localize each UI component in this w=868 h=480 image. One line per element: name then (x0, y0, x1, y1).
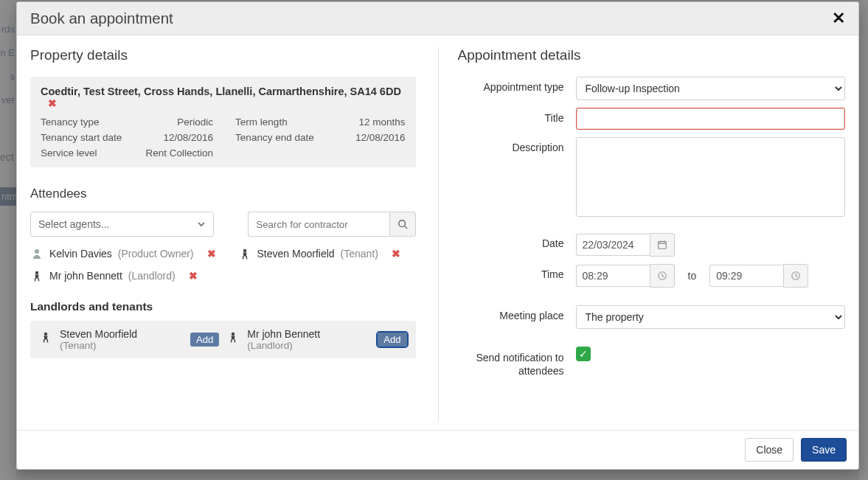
chevron-down-icon (197, 220, 206, 229)
attendee-name: Mr john Bennett (49, 270, 122, 282)
contractor-search-button[interactable] (389, 212, 416, 237)
person-icon (226, 330, 240, 344)
description-label: Description (458, 137, 576, 153)
add-attendee-button[interactable]: Add (190, 333, 219, 347)
person-icon (30, 269, 44, 282)
meeting-place-select[interactable]: The property (576, 305, 846, 329)
property-details-heading: Property details (30, 47, 416, 63)
select-agents-dropdown[interactable]: Select agents... (30, 212, 214, 237)
add-attendee-button[interactable]: Add (378, 333, 406, 347)
modal-footer: Close Save (17, 430, 858, 469)
attendee-role: (Product Owner) (118, 248, 194, 260)
attendees-heading: Attendees (30, 187, 416, 201)
time-to-input[interactable] (709, 265, 783, 287)
appointment-type-label: Appointment type (458, 77, 576, 93)
lt-role: (Landlord) (247, 340, 370, 351)
search-icon (397, 219, 408, 229)
attendee-role: (Tenant) (341, 248, 378, 260)
tenancy-end-label: Tenancy end date (235, 132, 314, 143)
appointment-details-heading: Appointment details (458, 47, 846, 63)
title-input[interactable] (576, 108, 846, 130)
person-icon (30, 247, 44, 260)
remove-attendee-icon[interactable]: ✖ (189, 270, 198, 282)
book-appointment-modal: Book an appointment ✕ Property details C… (16, 1, 859, 470)
date-input[interactable] (576, 234, 650, 256)
attendee-item: Mr john Bennett (Landlord) ✖ (30, 269, 198, 282)
appointment-column: Appointment details Appointment type Fol… (438, 47, 846, 422)
date-label: Date (458, 233, 576, 249)
attendee-name: Kelvin Davies (49, 248, 112, 260)
calendar-icon[interactable] (650, 233, 675, 257)
title-label: Title (458, 108, 576, 124)
appointment-type-select[interactable]: Follow-up Inspection (576, 77, 846, 100)
close-button[interactable]: Close (745, 438, 794, 462)
svg-point-3 (243, 249, 246, 252)
tenancy-start-value: 12/08/2016 (144, 132, 213, 143)
modal-title: Book an appointment (30, 10, 173, 27)
service-level-label: Service level (41, 147, 122, 159)
save-button[interactable]: Save (801, 438, 847, 462)
landlords-tenants-box: Steven Moorfield (Tenant) Add Mr john Be… (30, 321, 416, 358)
attendee-item: Steven Moorfield (Tenant) ✖ (238, 247, 400, 260)
term-length-label: Term length (235, 116, 314, 128)
term-length-value: 12 months (336, 116, 406, 128)
person-icon (238, 247, 251, 260)
svg-point-4 (35, 271, 38, 274)
landlords-tenants-heading: Landlords and tenants (30, 300, 416, 313)
attendee-role: (Landlord) (128, 270, 176, 282)
svg-point-2 (35, 249, 39, 254)
clock-icon[interactable] (650, 264, 675, 288)
time-to-text: to (684, 270, 701, 282)
property-address: Coedtir, Test Street, Cross Hands, Llane… (41, 86, 401, 97)
property-box: Coedtir, Test Street, Cross Hands, Llane… (30, 77, 416, 167)
tenancy-start-label: Tenancy start date (41, 132, 122, 143)
remove-property-icon[interactable]: ✖ (48, 97, 57, 109)
clock-icon[interactable] (783, 264, 808, 288)
meeting-place-label: Meeting place (458, 305, 576, 321)
lt-name: Steven Moorfield (60, 328, 183, 340)
tenancy-end-value: 12/08/2016 (336, 132, 406, 143)
modal-body: Property details Coedtir, Test Street, C… (17, 35, 858, 430)
remove-attendee-icon[interactable]: ✖ (207, 248, 216, 260)
property-column: Property details Coedtir, Test Street, C… (30, 47, 438, 422)
attendee-name: Steven Moorfield (257, 248, 335, 260)
description-textarea[interactable] (576, 137, 846, 217)
remove-attendee-icon[interactable]: ✖ (392, 248, 400, 260)
list-item: Steven Moorfield (Tenant) Add (39, 328, 219, 351)
lt-name: Mr john Bennett (247, 328, 370, 340)
svg-rect-7 (658, 242, 666, 249)
svg-point-5 (44, 333, 47, 335)
notify-checkbox[interactable]: ✓ (576, 347, 591, 361)
svg-point-6 (232, 333, 235, 335)
svg-point-0 (398, 220, 405, 227)
time-from-input[interactable] (576, 265, 650, 287)
lt-role: (Tenant) (60, 340, 183, 351)
list-item: Mr john Bennett (Landlord) Add (226, 328, 406, 351)
notify-label: Send notification to attendees (458, 347, 576, 378)
time-label: Time (458, 264, 576, 280)
property-fields-grid: Tenancy type Periodic Term length 12 mon… (41, 116, 406, 159)
close-icon[interactable]: ✕ (832, 10, 845, 27)
tenancy-type-label: Tenancy type (41, 116, 122, 128)
modal-header: Book an appointment ✕ (17, 2, 858, 35)
contractor-search-input[interactable] (248, 212, 389, 237)
attendee-item: Kelvin Davies (Product Owner) ✖ (30, 247, 216, 260)
check-icon: ✓ (579, 348, 588, 360)
tenancy-type-value: Periodic (144, 116, 213, 128)
service-level-value: Rent Collection (144, 147, 213, 159)
select-agents-placeholder: Select agents... (38, 218, 110, 230)
person-icon (39, 330, 52, 344)
svg-line-1 (404, 226, 407, 229)
